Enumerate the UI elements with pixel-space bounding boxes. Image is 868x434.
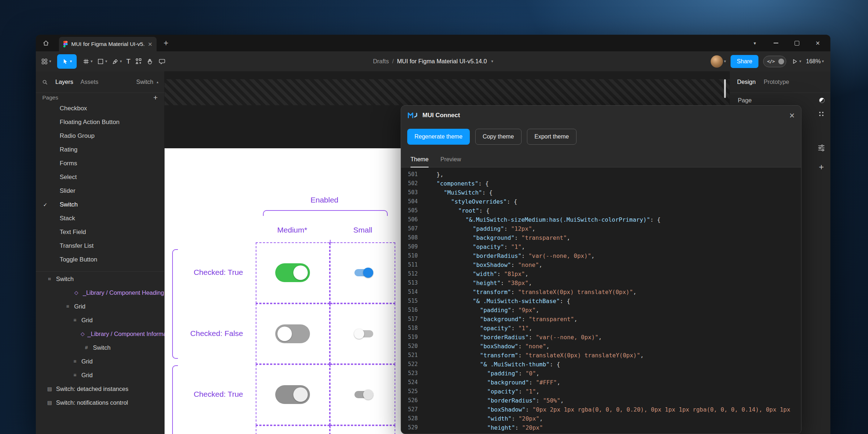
layer-item[interactable]: ≡Grid bbox=[36, 354, 164, 368]
grid-cross-marker bbox=[327, 301, 333, 306]
layer-item[interactable]: ▤Switch: detached instances bbox=[36, 382, 164, 396]
page-item-rating[interactable]: Rating bbox=[36, 143, 164, 157]
code-line: 520"boxShadow": "none", bbox=[401, 342, 801, 351]
tab-assets[interactable]: Assets bbox=[81, 78, 99, 85]
layer-item[interactable]: ◇_Library / Component Heading bbox=[36, 286, 164, 299]
tab-design[interactable]: Design bbox=[737, 78, 756, 85]
desktop-background: MUI for Figma Material UI-v5.14.0 × + ▾ … bbox=[0, 0, 868, 434]
layer-item[interactable]: ≡Switch bbox=[36, 272, 164, 286]
file-tab[interactable]: MUI for Figma Material UI-v5.14.0 × bbox=[59, 37, 157, 51]
chevron-down-icon: ▾ bbox=[70, 59, 72, 63]
switch-medium-on[interactable] bbox=[275, 263, 310, 282]
chevron-down-icon: ▾ bbox=[120, 59, 122, 63]
share-button[interactable]: Share bbox=[731, 55, 758, 68]
tab-prototype[interactable]: Prototype bbox=[763, 78, 789, 85]
page-color-chip[interactable] bbox=[819, 98, 825, 103]
maximize-button[interactable] bbox=[786, 35, 807, 51]
canvas-vertical-scrollbar[interactable] bbox=[724, 79, 726, 98]
code-icon: </> bbox=[767, 59, 774, 64]
switch-small-off[interactable] bbox=[354, 328, 373, 339]
comment-tool-button[interactable] bbox=[156, 54, 168, 69]
theme-code-editor[interactable]: 501},502"components": {503"MuiSwitch": {… bbox=[401, 167, 801, 434]
breadcrumb-file-title[interactable]: MUI for Figma Material UI-v5.14.0 bbox=[397, 58, 487, 65]
hand-tool-button[interactable] bbox=[145, 54, 156, 69]
dialog-close-icon[interactable]: × bbox=[789, 111, 795, 120]
code-line: 508"background": "transparent", bbox=[401, 233, 801, 242]
layer-item[interactable]: #Switch bbox=[36, 341, 164, 354]
switch-small-disabled-on[interactable] bbox=[354, 389, 373, 400]
layer-item[interactable]: ≡Grid bbox=[36, 299, 164, 313]
close-button[interactable]: × bbox=[807, 35, 828, 51]
add-page-button[interactable]: + bbox=[153, 93, 158, 102]
move-tool-button[interactable]: ▾ bbox=[57, 54, 77, 69]
chevron-down-icon[interactable]: ▾ bbox=[491, 59, 493, 63]
layer-item-label: _Library / Component Heading bbox=[83, 289, 164, 296]
grid-icon: ≡ bbox=[64, 303, 71, 309]
play-icon bbox=[791, 58, 798, 65]
switch-medium-disabled-on[interactable] bbox=[275, 385, 310, 404]
frame-list-icon: ▤ bbox=[46, 386, 53, 392]
dialog-tab-preview[interactable]: Preview bbox=[441, 152, 461, 167]
tab-title: MUI for Figma Material UI-v5.14.0 bbox=[71, 41, 144, 47]
page-item-slider[interactable]: Slider bbox=[36, 184, 164, 198]
actions-tool-button[interactable] bbox=[133, 54, 145, 69]
adjustments-icon[interactable] bbox=[817, 143, 826, 153]
page-item-switch[interactable]: ✓Switch bbox=[36, 198, 164, 212]
copy-theme-button[interactable]: Copy theme bbox=[475, 129, 522, 145]
page-item-label: Transfer List bbox=[60, 242, 94, 250]
frame-tool-button[interactable]: ▾ bbox=[80, 54, 95, 69]
layer-item[interactable]: ◇_Library / Component Information bbox=[36, 327, 164, 341]
window-menu-button[interactable]: ▾ bbox=[744, 35, 765, 51]
breadcrumb-project[interactable]: Drafts bbox=[373, 58, 389, 65]
page-item-floating-action-button[interactable]: Floating Action Button bbox=[36, 115, 164, 129]
add-icon[interactable]: + bbox=[817, 162, 826, 172]
present-button[interactable]: ▾ bbox=[791, 58, 801, 65]
regenerate-theme-button[interactable]: Regenerate theme bbox=[407, 129, 470, 145]
layer-item[interactable]: ≡Grid bbox=[36, 313, 164, 327]
layer-item[interactable]: ≡Grid bbox=[36, 368, 164, 382]
layer-item[interactable]: ▤Switch: notifications control bbox=[36, 396, 164, 409]
code-line: 527"boxShadow": "0px 2px 1px rgba(0, 0, … bbox=[401, 405, 801, 414]
search-icon[interactable] bbox=[42, 79, 48, 85]
switch-thumb bbox=[363, 268, 373, 278]
line-number: 505 bbox=[401, 206, 418, 215]
text-tool-icon: T bbox=[126, 58, 131, 65]
new-tab-button[interactable]: + bbox=[158, 35, 174, 51]
shape-tool-button[interactable]: ▾ bbox=[95, 54, 110, 69]
line-number: 515 bbox=[401, 297, 418, 306]
code-line: 509"opacity": "1", bbox=[401, 242, 801, 251]
user-avatar[interactable] bbox=[711, 55, 723, 68]
page-item-radio-group[interactable]: Radio Group bbox=[36, 129, 164, 143]
dev-mode-toggle[interactable]: </> bbox=[763, 56, 786, 67]
code-line: 501}, bbox=[401, 170, 801, 179]
switch-small-on[interactable] bbox=[354, 267, 373, 278]
layer-item-label: Switch: detached instances bbox=[56, 386, 128, 392]
export-theme-button[interactable]: Export theme bbox=[527, 129, 576, 145]
chevron-down-icon: ▾ bbox=[49, 59, 51, 63]
page-item-label: Radio Group bbox=[60, 132, 94, 140]
row-label-checked-false: Checked: False bbox=[175, 329, 243, 338]
pages-header-label: Pages bbox=[42, 94, 58, 101]
line-number: 513 bbox=[401, 278, 418, 288]
page-item-stack[interactable]: Stack bbox=[36, 212, 164, 225]
text-tool-button[interactable]: T bbox=[124, 54, 133, 69]
grid-cell-outline bbox=[256, 425, 330, 434]
switch-medium-off[interactable] bbox=[275, 324, 310, 343]
tab-layers[interactable]: Layers bbox=[55, 78, 73, 85]
minimize-button[interactable] bbox=[765, 35, 786, 51]
chevron-down-icon[interactable]: ▾ bbox=[724, 59, 726, 63]
home-button[interactable] bbox=[36, 35, 56, 51]
tab-close-icon[interactable]: × bbox=[148, 41, 152, 48]
pen-tool-button[interactable]: ▾ bbox=[110, 54, 124, 69]
dialog-tab-theme[interactable]: Theme bbox=[410, 152, 429, 167]
page-item-select[interactable]: Select bbox=[36, 170, 164, 184]
page-item-forms[interactable]: Forms bbox=[36, 157, 164, 170]
zoom-control[interactable]: 168% ▾ bbox=[806, 58, 824, 65]
page-item-transfer-list[interactable]: Transfer List bbox=[36, 239, 164, 253]
page-item-text-field[interactable]: Text Field bbox=[36, 225, 164, 239]
page-indicator[interactable]: Switch ▴ bbox=[136, 79, 158, 85]
page-item-toggle-button[interactable]: Toggle Button bbox=[36, 253, 164, 267]
styles-icon[interactable] bbox=[817, 109, 826, 119]
main-menu-button[interactable]: ▾ bbox=[39, 54, 54, 69]
page-item-checkbox[interactable]: Checkbox bbox=[36, 102, 164, 115]
